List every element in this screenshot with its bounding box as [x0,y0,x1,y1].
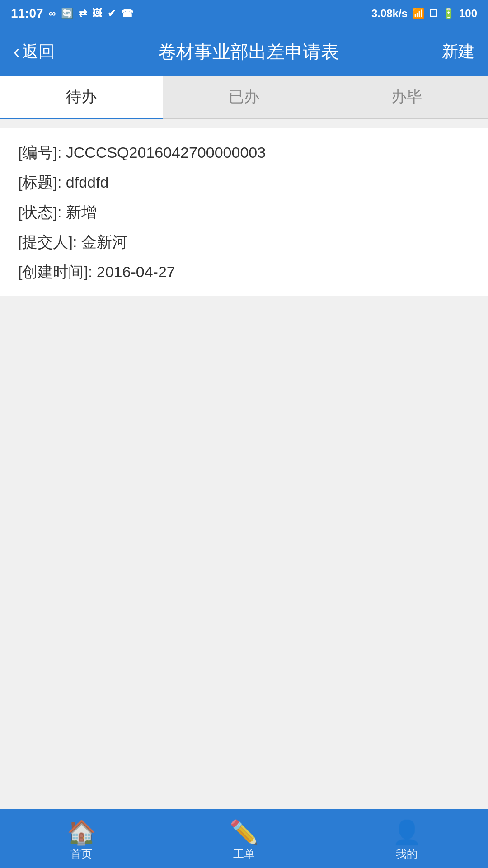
mine-icon: 👤 [392,821,422,844]
status-network-speed: 3.08k/s [371,7,408,20]
home-icon: 🏠 [67,821,96,844]
image-icon: 🖼 [92,8,102,19]
workorder-icon: ✏️ [230,821,259,844]
record-title: [标题]: dfddfd [18,175,470,190]
sync-icon: 🔄 [61,8,73,19]
check-icon: ✔ [108,8,116,19]
home-label: 首页 [70,847,92,861]
bottom-nav-mine[interactable]: 👤 我的 [325,821,488,861]
battery-icon: 🔋 [442,8,455,19]
tab-pending[interactable]: 待办 [0,76,163,118]
record-card[interactable]: [编号]: JCCCSQ2016042700000003 [标题]: dfddf… [0,128,488,296]
new-button[interactable]: 新建 [442,41,474,63]
status-battery: 100 [459,7,477,20]
usb-icon: ⇄ [79,8,87,19]
back-label: 返回 [22,41,55,63]
record-number: [编号]: JCCCSQ2016042700000003 [18,145,470,160]
bottom-nav-home[interactable]: 🏠 首页 [0,821,163,861]
status-bar: 11:07 ∞ 🔄 ⇄ 🖼 ✔ ☎ 3.08k/s 📶 ☐ 🔋 100 [0,0,488,27]
record-submitter: [提交人]: 金新河 [18,234,470,250]
nav-bar: ‹ 返回 卷材事业部出差申请表 新建 [0,27,488,76]
record-status: [状态]: 新增 [18,204,470,220]
page-title: 卷材事业部出差申请表 [55,39,442,64]
bottom-nav: 🏠 首页 ✏️ 工单 👤 我的 [0,809,488,868]
signal-icon: ☐ [429,8,438,19]
status-time: 11:07 [11,6,43,21]
tab-finished[interactable]: 办毕 [325,76,488,118]
tab-bar: 待办 已办 办毕 [0,76,488,119]
person-icon: ☎ [121,8,133,19]
status-bar-left: 11:07 ∞ 🔄 ⇄ 🖼 ✔ ☎ [11,6,133,21]
infinity-icon: ∞ [49,8,56,19]
tab-done[interactable]: 已办 [163,76,325,118]
wifi-icon: 📶 [412,8,424,19]
workorder-label: 工单 [233,847,255,861]
record-created: [创建时间]: 2016-04-27 [18,264,470,279]
back-chevron-icon: ‹ [14,42,19,61]
back-button[interactable]: ‹ 返回 [14,41,55,63]
status-bar-right: 3.08k/s 📶 ☐ 🔋 100 [371,7,477,20]
bottom-nav-workorder[interactable]: ✏️ 工单 [163,821,325,861]
mine-label: 我的 [396,847,418,861]
main-content: [编号]: JCCCSQ2016042700000003 [标题]: dfddf… [0,119,488,809]
